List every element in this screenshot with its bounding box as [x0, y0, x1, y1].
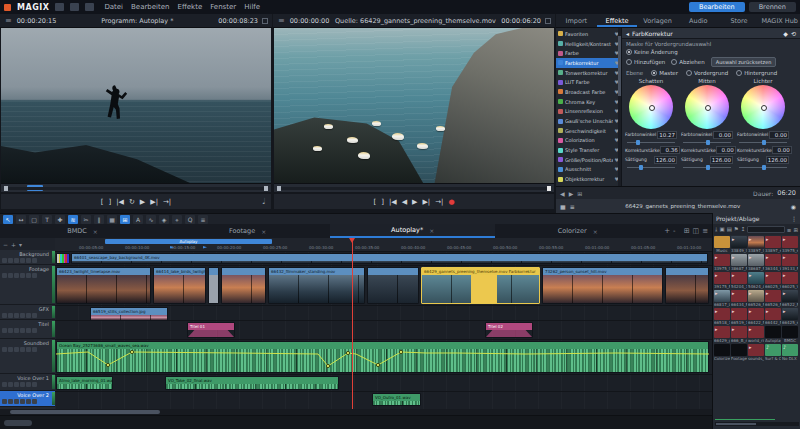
media-tile[interactable]: Music [714, 236, 730, 253]
track-header[interactable]: GFX [0, 305, 55, 320]
timeline-clip[interactable]: 66519_stills_collection.jpg [90, 307, 168, 321]
timeline-tab[interactable]: Autoplay* × [330, 224, 495, 238]
media-tool-icon[interactable]: ▣ [719, 226, 724, 233]
media-search-input[interactable] [747, 226, 784, 233]
next-icon[interactable]: ▶ [569, 190, 574, 197]
media-tile[interactable]: 66429_g [714, 326, 730, 343]
media-tool-icon[interactable]: ▤ [727, 226, 732, 233]
track-lock-icon[interactable] [2, 258, 7, 263]
track-record-icon[interactable] [20, 399, 25, 404]
panel-tab[interactable]: Audio [678, 14, 719, 27]
source-fullscreen-icon[interactable] [545, 18, 551, 24]
menu-item[interactable]: Fenster [206, 3, 240, 11]
panel-tab[interactable]: Import [556, 14, 597, 27]
track-automation-icon[interactable] [32, 347, 37, 352]
media-tile[interactable]: 66817_L [714, 290, 730, 307]
saturation-value[interactable]: 126.00 [654, 156, 677, 164]
open-folder-icon[interactable] [70, 3, 79, 11]
timeline-tool[interactable]: ⊞ [120, 215, 130, 224]
layer-radio[interactable]: Hintergrund [736, 70, 777, 76]
volume-automation-curve[interactable] [56, 341, 709, 373]
reset-icon[interactable]: ⟲ [791, 30, 796, 37]
media-tile[interactable]: sounds_006 [748, 344, 764, 361]
track-solo-icon[interactable] [14, 258, 19, 263]
media-tile[interactable]: 39175_M [714, 272, 730, 289]
prev-icon[interactable]: ◀ [560, 190, 565, 197]
hue-value[interactable]: 0.00 [769, 131, 789, 139]
timeline-clip[interactable]: Atmo_lake_morning_01.wav [56, 376, 113, 390]
timeline-tool[interactable]: ↔ [16, 215, 26, 224]
effect-item[interactable]: Größe/Position/Rotation ♥ [556, 155, 621, 165]
track-header[interactable]: Background [0, 250, 55, 265]
panel-tab[interactable]: Effekte [597, 14, 638, 27]
pin-icon[interactable]: ◉ [791, 203, 796, 210]
media-tile[interactable]: 54204_1 [731, 272, 747, 289]
timeline-clip[interactable]: 66423_twilight_timelapse.mov [56, 267, 151, 304]
track-fx-icon[interactable] [26, 399, 31, 404]
media-tool-icon[interactable]: ⤓ [715, 226, 717, 233]
hue-value[interactable]: 10.27 [657, 131, 677, 139]
color-wheel[interactable] [685, 85, 729, 129]
transport-button[interactable]: →| [163, 198, 171, 206]
mode-button[interactable]: Bearbeiten [689, 2, 745, 12]
timeline-clip[interactable] [665, 267, 709, 304]
transport-button[interactable]: →| [435, 198, 443, 206]
timeline-tool[interactable]: ▦ [107, 215, 117, 224]
track-lock-icon[interactable] [2, 399, 7, 404]
media-tile[interactable]: 36344_W [765, 254, 781, 271]
source-video[interactable] [274, 28, 554, 183]
track-solo-icon[interactable] [14, 382, 19, 387]
effect-item[interactable]: Style Transfer ♥ [556, 145, 621, 155]
media-tile[interactable]: 666_B_m [731, 326, 747, 343]
effect-item[interactable]: Chroma Key ♥ [556, 97, 621, 107]
media-tile[interactable]: 66025_V [765, 272, 781, 289]
panel-tab[interactable]: Vorlagen [637, 14, 678, 27]
media-tile[interactable]: No DLX 2019 [782, 344, 798, 361]
transport-button[interactable]: ▶| [150, 198, 158, 206]
media-tile[interactable]: 66425_s [782, 308, 798, 325]
track-automation-icon[interactable] [32, 273, 37, 278]
timeline-clip[interactable]: 66401_seascape_bay_background_4K.mov [71, 253, 708, 264]
track-options-icon[interactable]: ▾ [19, 241, 22, 248]
timeline-tool[interactable]: ▢ [29, 215, 39, 224]
media-tile[interactable]: 38687_R [748, 254, 764, 271]
timeline-clip[interactable]: 73262_person_sunset_hill.mov [542, 267, 663, 304]
timeline-tool[interactable]: ✚ [55, 215, 65, 224]
panel-tab[interactable]: Store [719, 14, 760, 27]
media-view-icon[interactable]: ≡ [787, 227, 792, 233]
timeline-tool[interactable]: T [42, 215, 52, 224]
zoom-out-icon[interactable]: − [3, 241, 8, 248]
track-automation-icon[interactable] [32, 258, 37, 263]
track-mute-icon[interactable] [8, 273, 13, 278]
timeline-tool[interactable]: ∥ [94, 215, 104, 224]
effect-item[interactable]: Colorization ♥ [556, 136, 621, 146]
media-tool-icon[interactable]: ⚑ [734, 226, 739, 233]
close-tab-icon[interactable]: × [429, 227, 434, 234]
timeline-tool[interactable]: ✂ [81, 215, 91, 224]
save-icon[interactable] [85, 3, 94, 11]
program-menu-icon[interactable]: ≡ [0, 16, 17, 25]
transport-button[interactable]: |◀ [116, 198, 124, 206]
track-header[interactable]: Voice Over 2 [0, 391, 55, 407]
track-record-icon[interactable] [20, 313, 25, 318]
media-tile[interactable]: Footage [731, 344, 747, 361]
saturation-slider[interactable] [627, 165, 675, 170]
media-tile[interactable]: world_ric [748, 326, 764, 343]
layer-radio[interactable]: Master [651, 70, 678, 76]
effect-item[interactable]: Objektkorrektur ♥ [556, 174, 621, 184]
track-fx-icon[interactable] [26, 313, 31, 318]
track-fx-icon[interactable] [26, 258, 31, 263]
collapse-tab-button[interactable]: - [673, 227, 676, 235]
media-tile[interactable]: 38687_R [731, 254, 747, 271]
mode-radio[interactable]: Abziehen [671, 59, 704, 65]
transport-button[interactable]: [ [373, 198, 376, 206]
reset-selection-button[interactable]: Auswahl zurücksetzen [711, 57, 777, 67]
timeline-tool[interactable]: A [133, 215, 143, 224]
track-automation-icon[interactable] [32, 313, 37, 318]
media-pool-scrollbar[interactable] [715, 422, 799, 426]
timeline-tool[interactable]: ∿ [146, 215, 156, 224]
transport-button[interactable]: ◀ [402, 198, 407, 206]
tab-view-icon[interactable]: ≡ [702, 227, 708, 235]
track-fx-icon[interactable] [26, 273, 31, 278]
timeline-clip[interactable] [208, 267, 219, 304]
